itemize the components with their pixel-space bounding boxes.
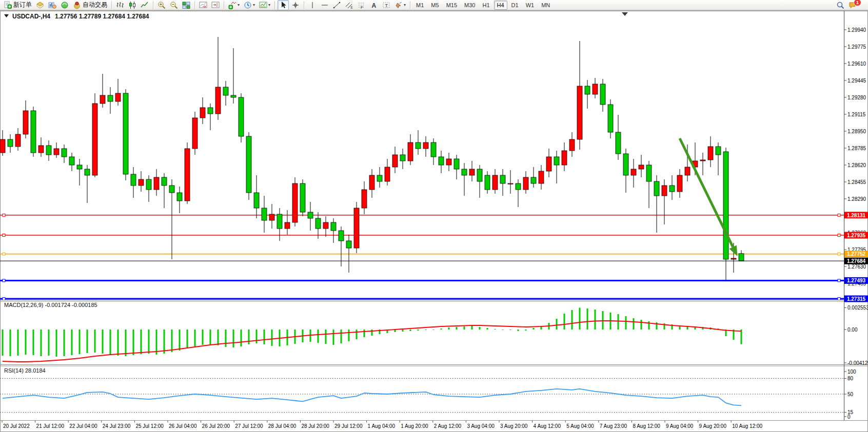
price-axis-label: 1.28455 xyxy=(847,179,866,185)
chevron-down-icon[interactable]: ▾ xyxy=(268,3,270,7)
bar-chart-button[interactable] xyxy=(114,0,126,10)
macd-histogram-bar xyxy=(148,330,150,354)
text-label-button[interactable]: T xyxy=(381,0,392,10)
line-handle[interactable] xyxy=(3,279,5,282)
chart-shift-icon xyxy=(211,1,220,9)
toolbar-separator xyxy=(410,1,410,9)
zoom-out-icon xyxy=(170,1,178,9)
line-handle[interactable] xyxy=(838,253,840,255)
candle xyxy=(246,132,251,200)
time-axis-label: 28 Jul 20:00 xyxy=(301,423,329,429)
auto-trading-button[interactable]: 自动交易 xyxy=(71,0,109,10)
zoom-out-button[interactable] xyxy=(168,0,180,10)
vline-icon xyxy=(308,1,317,9)
toolbar-right-icons: 1 xyxy=(834,0,866,10)
shapes-icon xyxy=(394,1,403,9)
line-handle[interactable] xyxy=(3,298,5,300)
search-icon xyxy=(836,1,844,9)
text-button[interactable]: A xyxy=(368,0,380,10)
line-handle[interactable] xyxy=(838,298,840,300)
macd-histogram-bar xyxy=(117,330,119,356)
chart-shift-button[interactable] xyxy=(210,0,221,10)
templates-button[interactable]: ▾ xyxy=(258,0,272,10)
svg-text:T: T xyxy=(385,3,388,8)
line-handle[interactable] xyxy=(3,214,5,216)
timeframe-button-MN[interactable]: MN xyxy=(538,1,553,10)
tile-windows-icon xyxy=(182,1,190,9)
timeframe-button-M15[interactable]: M15 xyxy=(443,1,460,10)
timeframe-button-H4[interactable]: H4 xyxy=(494,1,507,10)
search-button[interactable] xyxy=(835,0,846,10)
candle xyxy=(185,142,190,204)
macd-histogram-bar xyxy=(225,330,227,347)
timeframe-button-D1[interactable]: D1 xyxy=(508,1,522,10)
timeframe-button-W1[interactable]: W1 xyxy=(523,1,538,10)
channel-button[interactable]: E xyxy=(344,0,355,10)
line-handle[interactable] xyxy=(838,234,840,237)
auto-trading-icon xyxy=(73,1,81,9)
line-handle[interactable] xyxy=(838,279,840,282)
trendline-button[interactable] xyxy=(331,0,343,10)
navigator-button[interactable] xyxy=(47,0,58,10)
macd-histogram-bar xyxy=(64,330,65,356)
horizontal-line-button[interactable] xyxy=(319,0,330,10)
time-axis-label: 7 Aug 23:00 xyxy=(600,423,627,429)
vertical-line-button[interactable] xyxy=(307,0,318,10)
shapes-button[interactable]: ▾ xyxy=(393,0,407,10)
line-handle[interactable] xyxy=(838,214,840,216)
line-handle[interactable] xyxy=(3,253,5,255)
macd-histogram-bar xyxy=(79,330,81,354)
macd-histogram-bar xyxy=(410,330,411,331)
periods-button[interactable]: ▾ xyxy=(242,0,257,10)
rsi-axis-label: 80 xyxy=(847,376,854,381)
price-axis-label: 1.29775 xyxy=(847,44,866,50)
chevron-down-icon[interactable]: ▾ xyxy=(404,3,406,7)
fibonacci-button[interactable]: F xyxy=(356,0,367,10)
time-axis-label: 2 Aug 12:00 xyxy=(434,423,462,429)
tile-windows-button[interactable] xyxy=(181,0,192,10)
chart-canvas[interactable]: USDCAD-,H41.27756 1.27789 1.27684 1.2768… xyxy=(0,11,868,432)
auto-trading-button-label: 自动交易 xyxy=(83,1,107,9)
time-axis-label: 8 Aug 12:00 xyxy=(633,423,660,429)
line-chart-button[interactable] xyxy=(139,0,150,10)
macd-histogram-bar xyxy=(218,330,219,345)
toolbar-separator xyxy=(304,1,304,9)
chart-window[interactable]: USDCAD-,H41.27756 1.27789 1.27684 1.2768… xyxy=(0,11,868,432)
level-price-tag: 1.28131 xyxy=(844,212,868,218)
market-watch-button[interactable] xyxy=(34,0,46,10)
indicators-button[interactable]: ▾ xyxy=(227,0,241,10)
new-order-button[interactable]: 新订单 xyxy=(2,0,33,10)
terminal-button[interactable] xyxy=(59,0,70,10)
macd-histogram-bar xyxy=(171,330,173,352)
timeframe-button-M5[interactable]: M5 xyxy=(428,1,442,10)
macd-histogram-bar xyxy=(448,327,450,330)
macd-histogram-bar xyxy=(25,330,27,355)
auto-scroll-button[interactable] xyxy=(198,0,209,10)
macd-histogram-bar xyxy=(210,330,211,344)
candlestick-button[interactable] xyxy=(127,0,138,10)
macd-histogram-bar xyxy=(333,330,334,345)
macd-histogram-bar xyxy=(579,307,581,330)
zoom-in-button[interactable] xyxy=(156,0,167,10)
time-axis-label: 10 Aug 12:00 xyxy=(732,423,762,429)
notifications-button[interactable]: 1 xyxy=(847,0,866,10)
timeframe-button-M1[interactable]: M1 xyxy=(413,1,427,10)
cursor-button[interactable] xyxy=(278,0,289,10)
candle xyxy=(354,202,359,253)
time-axis-label: 28 Jul 04:00 xyxy=(268,423,297,429)
macd-histogram-bar xyxy=(102,330,104,354)
crosshair-button[interactable] xyxy=(290,0,301,10)
macd-histogram-bar xyxy=(348,330,350,341)
time-axis-label: 1 Aug 20:00 xyxy=(401,423,428,429)
svg-text:1.27684: 1.27684 xyxy=(847,258,866,264)
time-axis-label: 26 Jul 20:00 xyxy=(202,423,230,429)
macd-histogram-bar xyxy=(433,330,435,330)
macd-histogram-bar xyxy=(187,330,188,348)
timeframe-button-H1[interactable]: H1 xyxy=(479,1,492,10)
chevron-down-icon[interactable]: ▾ xyxy=(238,3,240,7)
line-handle[interactable] xyxy=(3,234,5,237)
price-axis-label: 1.28785 xyxy=(847,146,866,151)
chevron-down-icon[interactable]: ▾ xyxy=(253,3,255,7)
macd-histogram-bar xyxy=(71,330,73,355)
timeframe-button-M30[interactable]: M30 xyxy=(461,1,478,10)
